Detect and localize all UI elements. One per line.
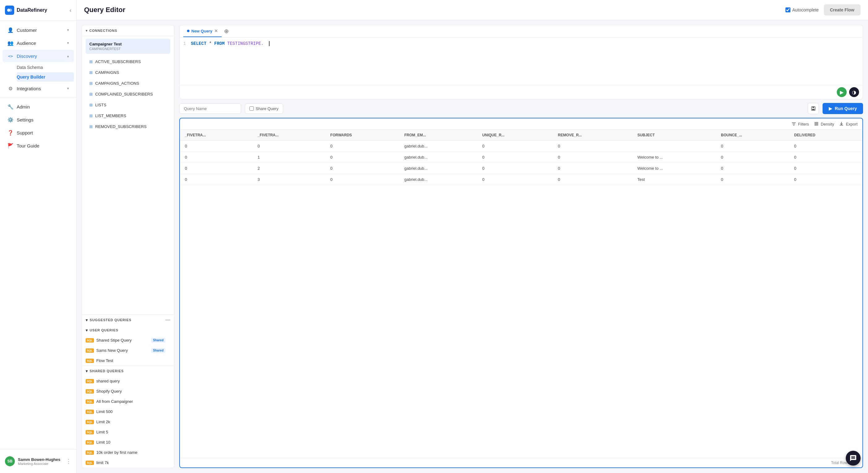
density-label: Density [821,122,834,126]
query-name-input[interactable] [179,103,241,114]
connections-toggle[interactable]: ▾ CONNECTIONS [86,28,170,33]
share-query-checkbox[interactable] [249,106,254,111]
sidebar-header: DataRefinery ‹ [0,0,76,21]
sidebar-item-query-builder[interactable]: Query Builder [17,72,74,82]
user-queries-toggle[interactable]: ▾ USER QUERIES [82,325,174,335]
sidebar-item-data-schema[interactable]: Data Schema [17,63,74,72]
results-toolbar: Filters Density [180,118,862,130]
sql-badge: SQL [86,400,94,404]
table-item[interactable]: ⊞ REMOVED_SUBSCRIBERS ⋯ [82,121,174,132]
table-item[interactable]: ⊞ LISTS ⋯ [82,99,174,111]
sidebar-item-discovery[interactable]: <> Discovery ▴ [2,50,74,62]
user-query-item[interactable]: SQL Sams New Query Shared ⋯ [82,345,174,355]
shared-query-item[interactable]: SQL shared query ⋯ [82,376,174,386]
column-header[interactable]: FORWARDS [326,130,399,141]
add-tab-button[interactable]: ⊕ [224,28,229,35]
table-cell: 0 [477,141,553,152]
editor-toolbar-right: ▶ ◑ [180,85,863,99]
sidebar-item-settings[interactable]: ⚙️ Settings [2,114,74,126]
code-star: * [209,41,214,46]
theme-toggle-button[interactable]: ◑ [849,87,859,97]
save-query-button[interactable] [808,103,819,114]
column-header[interactable]: REMOVE_R... [553,130,632,141]
support-label: Support [17,130,69,135]
content-area: ▾ CONNECTIONS Campaigner Test CAMPAIGNER… [77,20,868,473]
share-query-button[interactable]: Share Query [245,103,283,114]
table-item[interactable]: ⊞ CAMPAIGNS ⋯ [82,67,174,78]
table-item[interactable]: ⊞ ACTIVE_SUBSCRIBERS ⋯ [82,56,174,67]
connections-label: CONNECTIONS [89,29,170,32]
user-query-item[interactable]: SQL Shared Stipe Query Shared ⋯ [82,335,174,345]
table-ref: TESTINGSTRIPE. [227,41,264,46]
column-header[interactable]: BOUNCE_... [716,130,789,141]
table-cell: 0 [789,141,862,152]
run-green-icon-button[interactable]: ▶ [837,87,847,97]
autocomplete-toggle[interactable]: Autocomplete [785,7,819,12]
results-table: _FIVETRA..._FIVETRA...FORWARDSFROM_EM...… [180,130,862,458]
table-item[interactable]: ⊞ COMPLAINED_SUBSCRIBERS ⋯ [82,89,174,99]
column-header[interactable]: DELIVERED [789,130,862,141]
shared-query-item[interactable]: SQL All from Campaigner ⋯ [82,396,174,407]
sidebar-item-customer[interactable]: 👤 Customer ▾ [2,24,74,36]
table-cell: 0 [553,152,632,163]
column-header[interactable]: UNIQUE_R... [477,130,553,141]
page-title: Query Editor [84,6,125,14]
user-profile[interactable]: SB Samm Bowen-Hughes Marketing Associate… [0,453,76,469]
code-content[interactable]: SELECT * FROM TESTINGSTRIPE. [191,41,269,46]
table-item[interactable]: ⊞ CAMPAIGNS_ACTIONS ⋯ [82,78,174,89]
filters-label: Filters [798,122,809,126]
shared-query-item[interactable]: SQL 10k order by first name ⋯ [82,447,174,458]
discovery-label: Discovery [17,54,67,59]
autocomplete-label-text: Autocomplete [792,7,819,12]
column-header[interactable]: SUBJECT [632,130,716,141]
table-item[interactable]: ⊞ LIST_MEMBERS ⋯ [82,111,174,121]
customer-chevron-icon: ▾ [67,28,69,32]
connection-item[interactable]: Campaigner Test CAMPAIGNERTEST [86,39,170,54]
query-name: Shopify Query [96,389,165,393]
shared-query-item[interactable]: SQL Shopify Query ⋯ [82,386,174,396]
column-header[interactable]: FROM_EM... [399,130,477,141]
sidebar-item-integrations[interactable]: ⚙ Integrations ▾ [2,82,74,95]
tour-guide-icon: 🚩 [7,143,13,149]
column-header[interactable]: _FIVETRA... [180,130,252,141]
autocomplete-checkbox[interactable] [785,7,790,12]
density-button[interactable]: Density [814,122,834,126]
shared-queries-label: SHARED QUERIES [90,369,170,373]
create-flow-button[interactable]: Create Flow [824,4,861,15]
shared-query-item[interactable]: SQL Limit 2k ⋯ [82,417,174,427]
density-icon [814,122,819,126]
connections-collapse-icon: ▾ [86,28,88,33]
user-queries-list: SQL Shared Stipe Query Shared ⋯ SQL Sams… [82,335,174,366]
logo-text: DataRefinery [17,7,47,13]
sql-badge: SQL [86,461,94,465]
sidebar-item-audience[interactable]: 👥 Audience ▾ [2,37,74,49]
shared-query-item[interactable]: SQL Limit 10 ⋯ [82,437,174,447]
sidebar-item-admin[interactable]: 🔧 Admin [2,100,74,113]
table-name: CAMPAIGNS [95,70,165,75]
sidebar-item-support[interactable]: ❓ Support [2,126,74,139]
user-menu-icon[interactable]: ⋮ [66,458,71,465]
shared-queries-toggle[interactable]: ▾ SHARED QUERIES [82,366,174,376]
chat-button[interactable] [846,451,861,466]
sidebar-collapse-button[interactable]: ‹ [69,7,71,13]
sidebar-item-tour-guide[interactable]: 🚩 Tour Guide [2,139,74,152]
table-icon: ⊞ [89,114,93,118]
tab-close-button[interactable]: ✕ [214,28,218,33]
shared-query-item[interactable]: SQL Limit 5 ⋯ [82,427,174,437]
shared-query-item[interactable]: SQL limit 7k ⋯ [82,458,174,468]
export-button[interactable]: Export [839,122,858,126]
integrations-chevron-icon: ▾ [67,86,69,91]
editor-tab-new-query[interactable]: New Query ✕ [183,25,222,37]
customer-label: Customer [17,28,67,33]
shared-query-item[interactable]: SQL Limit 500 ⋯ [82,407,174,417]
user-info: Samm Bowen-Hughes Marketing Associate [18,457,66,466]
settings-icon: ⚙️ [7,117,13,123]
filters-button[interactable]: Filters [791,122,809,126]
table-cell: 0 [326,141,399,152]
user-query-item[interactable]: SQL Flow Test ⋯ [82,355,174,366]
table-cell: 1 [252,152,325,163]
run-query-button[interactable]: ▶ Run Query [823,103,863,114]
column-header[interactable]: _FIVETRA... [252,130,325,141]
editor-body[interactable]: 1 SELECT * FROM TESTINGSTRIPE. [180,37,863,85]
suggested-queries-toggle[interactable]: ▾ SUGGESTED QUERIES — [82,315,174,325]
